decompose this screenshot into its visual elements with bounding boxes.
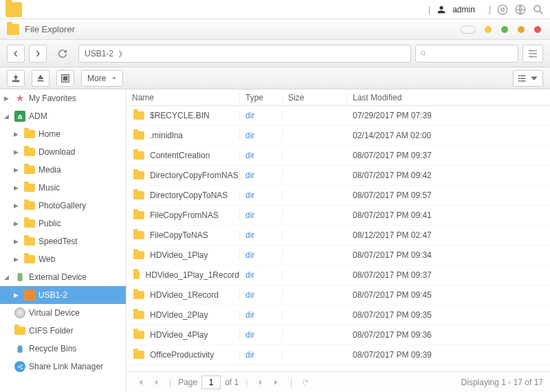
table-row[interactable]: HDVideo_1Recorddir08/07/2017 PM 09:45 [126,285,550,305]
svg-point-0 [498,5,507,14]
file-modified: 02/14/2017 AM 02:00 [347,131,550,140]
sidebar-item-label: Home [38,129,60,139]
column-header-size[interactable]: Size [283,93,347,102]
sidebar-item-favorites[interactable]: ▶ My Favorites [0,89,126,107]
window-control-orange[interactable] [518,26,525,33]
sidebar-item-folder[interactable]: ▶Download [0,143,126,161]
back-button[interactable] [7,45,25,63]
expand-icon[interactable]: ▶ [14,292,21,298]
expand-icon[interactable]: ▶ [14,166,21,173]
folder-icon [23,254,36,265]
refresh-button[interactable] [54,45,72,63]
file-name: HDVideo_1Play [150,250,208,260]
window-control-close[interactable] [534,26,541,33]
sidebar-item-folder[interactable]: ▶Home [0,125,126,143]
more-button[interactable]: More [81,70,123,87]
settings-button[interactable] [522,45,543,63]
search-icon[interactable] [532,3,544,16]
refresh-page-button[interactable] [299,376,311,389]
expand-icon[interactable]: ▶ [14,149,21,155]
expand-icon[interactable]: ▶ [14,238,21,245]
prev-page-button[interactable] [150,376,162,389]
table-row[interactable]: $RECYCLE.BINdir07/29/2017 PM 07:39 [126,106,550,126]
sidebar-item-label: Web [38,254,55,264]
expand-icon[interactable]: ▶ [14,184,21,191]
table-row[interactable]: HDVideo_1Playdir08/07/2017 PM 09:34 [126,246,550,265]
table-row[interactable]: .minidlnadir02/14/2017 AM 02:00 [126,126,550,146]
table-row[interactable]: DirectoryCopyToNASdir08/07/2017 PM 09:57 [126,186,550,206]
breadcrumb-item[interactable]: USB1-2 [85,49,113,58]
page-input[interactable] [201,375,221,389]
expand-icon[interactable]: ▶ [14,256,21,263]
folder-icon [133,251,144,259]
file-type: dir [240,171,283,180]
app-icon [7,24,19,35]
file-name: .minidlna [150,131,183,140]
table-row[interactable]: ContentCreationdir08/07/2017 PM 09:37 [126,146,550,166]
sidebar-item-label: Share Link Manager [29,362,103,371]
file-modified: 07/29/2017 PM 07:39 [347,111,550,120]
sidebar-item-share-link[interactable]: Share Link Manager [0,358,126,375]
sidebar-item-adm[interactable]: ◢ a ADM [0,107,126,125]
sidebar-item-folder[interactable]: ▶Public [0,215,126,232]
username-label[interactable]: admin [452,5,475,14]
folder-icon [133,131,144,140]
search-box[interactable] [415,45,518,63]
window-control-green[interactable] [501,26,508,33]
chevron-down-icon [530,74,538,83]
table-row[interactable]: HDVideo_4Playdir08/07/2017 PM 09:36 [126,325,550,345]
column-header-name[interactable]: Name [126,93,240,102]
table-row[interactable]: HDVideo_2Playdir08/07/2017 PM 09:35 [126,305,550,325]
first-page-button[interactable] [133,376,146,389]
file-modified: 08/07/2017 PM 09:34 [347,250,550,260]
expand-icon[interactable]: ▶ [14,131,21,138]
globe-icon[interactable] [514,3,527,16]
expand-icon[interactable]: ▶ [4,95,11,102]
upload-button[interactable] [7,70,25,87]
column-header-modified[interactable]: Last Modified [347,93,550,102]
table-row[interactable]: FileCopyFromNASdir08/07/2017 PM 09:41 [126,206,550,226]
table-row[interactable]: OfficeProductivitydir08/07/2017 PM 09:39 [126,345,550,365]
toggle-switch[interactable] [461,25,476,34]
table-row[interactable]: DirectoryCopyFromNASdir08/07/2017 PM 09:… [126,166,550,186]
file-modified: 08/07/2017 PM 09:37 [347,270,550,280]
sidebar-item-folder[interactable]: ▶PhotoGallery [0,197,126,215]
file-type: dir [240,250,283,260]
sidebar-item-label: Public [38,219,61,228]
sidebar-item-recycle[interactable]: Recycle Bins [0,340,126,358]
search-input[interactable] [432,49,514,58]
sidebar-item-folder[interactable]: ▶Media [0,161,126,179]
collapse-icon[interactable]: ◢ [4,113,11,120]
svg-rect-20 [520,80,526,82]
window-control-yellow[interactable] [485,26,492,33]
expand-icon[interactable]: ▶ [14,220,21,227]
table-row[interactable]: HDVideo_1Play_1Recorddir08/07/2017 PM 09… [126,265,550,285]
forward-button[interactable] [29,45,47,63]
expand-icon[interactable]: ▶ [14,202,21,209]
next-page-button[interactable] [254,376,267,389]
collapse-icon[interactable]: ◢ [4,274,11,281]
svg-rect-14 [63,76,67,80]
eject-button[interactable] [32,70,50,87]
sidebar-item-usb[interactable]: ▶ USB1-2 [0,286,126,304]
file-name: FileCopyFromNAS [150,210,219,220]
notifications-icon[interactable] [496,3,509,16]
sidebar-item-folder[interactable]: ▶Music [0,179,126,197]
sidebar-item-folder[interactable]: ▶SpeedTest [0,232,126,250]
file-name: $RECYCLE.BIN [150,111,210,120]
svg-rect-6 [529,53,537,54]
sidebar-item-label: CIFS Folder [29,326,74,336]
folder-icon [133,291,144,299]
last-page-button[interactable] [271,376,283,389]
app-launcher-icon[interactable] [6,2,22,17]
list-view-button[interactable] [513,70,543,87]
sidebar-item-virtual-device[interactable]: Virtual Device [0,304,126,322]
folder-icon [133,331,144,339]
table-row[interactable]: FileCopyToNASdir08/12/2017 PM 02:47 [126,226,550,246]
sidebar-item-folder[interactable]: ▶Web [0,250,126,268]
sidebar-item-cifs[interactable]: CIFS Folder [0,322,126,340]
column-header-type[interactable]: Type [240,93,283,102]
select-button[interactable] [56,70,74,87]
sidebar-item-external-device[interactable]: ◢ External Device [0,268,126,286]
breadcrumb[interactable]: USB1-2 ❯ [78,45,411,63]
